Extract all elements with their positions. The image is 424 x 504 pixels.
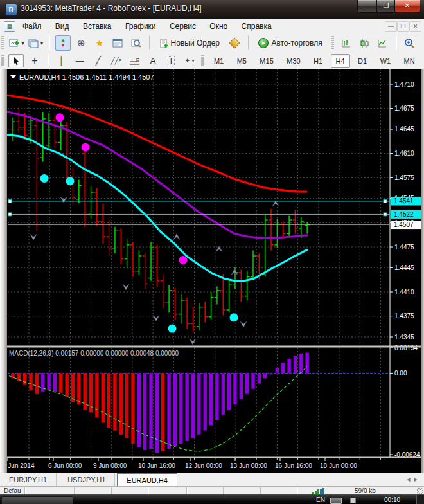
menu-insert[interactable]: Вставка <box>77 19 118 31</box>
child-close-button[interactable]: ✕ <box>409 21 421 32</box>
timeframe-w1[interactable]: W1 <box>375 54 396 68</box>
mt4-window: R 3014953: MetaTrader 4 - RoboForex - [E… <box>0 0 424 504</box>
tab-prev-icon[interactable]: ◂ <box>407 475 414 483</box>
text-button[interactable]: A <box>145 54 161 68</box>
zoom-in-button[interactable] <box>402 35 417 51</box>
title-bar[interactable]: R 3014953: MetaTrader 4 - RoboForex - [E… <box>0 0 424 20</box>
timeframe-m30[interactable]: M30 <box>281 54 305 68</box>
menu-tools[interactable]: Сервис <box>164 19 202 31</box>
autotrading-icon: ▶ <box>258 38 269 48</box>
data-window-button[interactable] <box>110 35 125 51</box>
svg-text:1.4645: 1.4645 <box>394 125 414 132</box>
navigator-button[interactable]: ⊕ <box>73 35 89 51</box>
autotrading-label: Авто-торговля <box>271 39 322 48</box>
market-watch-button[interactable]: ▲ ▼ <box>55 35 71 51</box>
line-chart-icon <box>377 39 387 48</box>
new-order-icon <box>160 39 168 48</box>
shapes-icon: ✦ <box>184 57 190 65</box>
arrows-button[interactable]: ✦▾ <box>182 54 197 68</box>
left-window-edge <box>0 69 7 486</box>
menu-bar: ▦ Файл Вид Вставка Графики Сервис Окно С… <box>0 19 424 34</box>
menu-view[interactable]: Вид <box>49 19 75 31</box>
taskbar-clock[interactable]: 00:10 <box>384 496 400 503</box>
line-studies-toolbar: + │ — ╱ ╱╱E F A T ✦▾ M1 M5 M15 M30 H1 H4… <box>0 52 424 69</box>
candlestick-button[interactable] <box>357 35 372 51</box>
fibonacci-icon: F <box>130 57 139 65</box>
svg-text:1.4410: 1.4410 <box>394 289 414 296</box>
window-title: 3014953: MetaTrader 4 - RoboForex - [EUR… <box>21 4 202 13</box>
windows-taskbar: EN 00:10 <box>0 494 424 504</box>
tray-icon[interactable] <box>350 498 356 503</box>
autotrading-button[interactable]: ▶ Авто-торговля <box>254 35 326 51</box>
svg-text:18 Jun 00:00: 18 Jun 00:00 <box>320 462 357 469</box>
trendline-button[interactable]: ╱ <box>91 54 106 68</box>
timeframe-mn[interactable]: MN <box>399 54 420 68</box>
trendline-icon: ╱ <box>96 56 101 66</box>
metaeditor-button[interactable] <box>227 35 242 51</box>
dropdown-icon[interactable]: ▾ <box>192 58 195 64</box>
profiles-button[interactable]: ▾ <box>28 35 44 51</box>
horizontal-line-button[interactable]: — <box>72 54 87 68</box>
toolbar-grip[interactable] <box>1 54 4 66</box>
restore-button[interactable]: ❐ <box>376 0 396 13</box>
taskbar-window-button[interactable] <box>1 496 73 504</box>
svg-text:13 Jun 08:00: 13 Jun 08:00 <box>230 462 267 469</box>
resize-grip[interactable] <box>417 488 423 494</box>
toolbar-grip[interactable] <box>1 35 4 50</box>
child-minimize-button[interactable]: — <box>385 21 397 32</box>
svg-text:0.00: 0.00 <box>394 370 407 377</box>
show-desktop-button[interactable] <box>416 495 424 504</box>
menu-help[interactable]: Справка <box>236 19 278 31</box>
toolbar-grip[interactable] <box>331 35 334 50</box>
bar-chart-button[interactable] <box>339 35 354 51</box>
toolbar-grip[interactable] <box>201 54 204 66</box>
timeframe-h1[interactable]: H1 <box>308 54 328 68</box>
timeframe-m5[interactable]: M5 <box>232 54 252 68</box>
svg-text:12 Jun 00:00: 12 Jun 00:00 <box>185 462 222 469</box>
svg-text:1.4575: 1.4575 <box>394 174 414 181</box>
close-button[interactable]: ✕ <box>394 0 420 13</box>
status-separator <box>223 487 224 494</box>
status-separator <box>260 487 261 494</box>
svg-text:10 Jun 16:00: 10 Jun 16:00 <box>138 462 175 469</box>
dropdown-icon[interactable]: ▾ <box>21 40 24 46</box>
menu-window[interactable]: Окно <box>204 19 233 31</box>
channel-button[interactable]: ╱╱E <box>109 54 124 68</box>
chart-area[interactable]: 1.47101.46751.46451.46101.45751.45451.45… <box>0 69 424 473</box>
label-button[interactable]: T <box>164 54 179 68</box>
new-order-button[interactable]: Новый Ордер <box>155 35 224 51</box>
menu-file[interactable]: Файл <box>17 19 48 31</box>
timeframe-m1[interactable]: M1 <box>209 54 229 68</box>
tab-usdjpy-h1[interactable]: USDJPY,H1 <box>58 473 115 486</box>
new-chart-button[interactable]: ▾ <box>8 35 24 51</box>
dropdown-icon[interactable]: ▾ <box>40 40 43 46</box>
crosshair-button[interactable]: + <box>27 54 42 68</box>
child-restore-button[interactable]: ❐ <box>397 21 409 32</box>
keyboard-icon[interactable] <box>330 498 342 504</box>
line-chart-button[interactable] <box>375 35 390 51</box>
crosshair-icon: + <box>31 55 37 67</box>
tab-eurjpy-h1[interactable]: EURJPY,H1 <box>0 473 57 486</box>
timeframe-h4[interactable]: H4 <box>331 54 350 68</box>
vertical-line-button[interactable]: │ <box>54 54 69 68</box>
svg-text:1.4522: 1.4522 <box>394 211 414 218</box>
price-chart[interactable]: 1.47101.46751.46451.46101.45751.45451.45… <box>0 69 424 473</box>
search-icon <box>131 39 141 48</box>
status-separator <box>74 487 75 494</box>
favorites-button[interactable]: ★ <box>92 35 107 51</box>
minimize-button[interactable]: — <box>357 0 378 13</box>
cursor-button[interactable] <box>8 54 24 68</box>
strategy-tester-button[interactable] <box>128 35 144 51</box>
menu-charts[interactable]: Графики <box>119 19 162 31</box>
channel-letter: E <box>119 59 122 63</box>
timeframe-m15[interactable]: M15 <box>254 54 278 68</box>
timeframe-d1[interactable]: D1 <box>353 54 372 68</box>
chart-tab-bar: EURJPY,H1 USDJPY,H1 EURAUD,H4 ◂▸ <box>0 473 424 487</box>
profile-label[interactable]: Defau <box>4 487 24 494</box>
candlestick-icon <box>359 39 369 48</box>
tab-euraud-h4[interactable]: EURAUD,H4 <box>117 473 177 487</box>
tab-next-icon[interactable]: ▸ <box>414 475 421 483</box>
language-indicator[interactable]: EN <box>316 496 325 503</box>
tab-scroll-arrows[interactable]: ◂▸ <box>407 475 421 483</box>
fibonacci-button[interactable]: F <box>127 54 143 68</box>
